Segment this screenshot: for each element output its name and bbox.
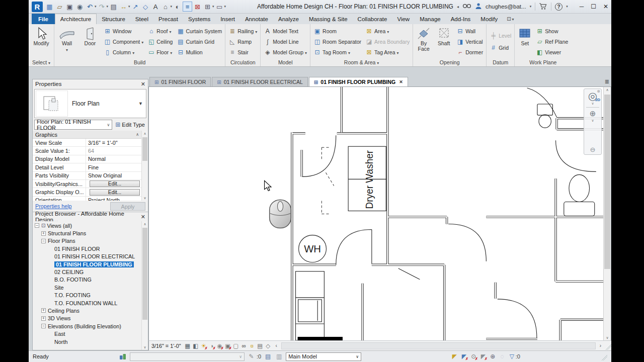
sync-icon[interactable]: ◉ (75, 2, 85, 12)
dropdown-caret[interactable]: ▾ (128, 5, 130, 9)
ribbon-tab-architecture[interactable]: Architecture (55, 14, 97, 24)
vertical-scrollbar[interactable]: ∧ ∨ (603, 87, 611, 340)
tree-item-3d-views[interactable]: +3D Views (33, 315, 141, 322)
close-icon[interactable]: ⊗ (597, 89, 600, 94)
ribbon-button-ref-plane[interactable]: ▱Ref Plane (534, 37, 570, 46)
minus-icon[interactable]: ⊖ (590, 146, 596, 153)
close-icon[interactable]: ✕ (141, 81, 145, 87)
tree-item-ceiling-plans[interactable]: +Ceiling Plans (33, 307, 141, 314)
cart-icon[interactable] (539, 3, 547, 11)
tag-icon[interactable]: ◇ (141, 2, 150, 12)
scroll-right-icon[interactable]: › (597, 342, 604, 350)
rendering-icon[interactable]: ◉✗ (216, 342, 224, 350)
ribbon-button-area[interactable]: ⊠Area (364, 27, 411, 36)
ribbon-button-model-group[interactable]: ◈Model Group (262, 48, 308, 57)
tree-item-t-o-foundation-wall[interactable]: T.O. FOUNDATION WALL (33, 299, 141, 307)
ribbon-tab-massing-site[interactable]: Massing & Site (304, 14, 353, 24)
horizontal-scrollbar[interactable] (281, 342, 596, 349)
property-value[interactable]: 3/16" = 1'-0" (86, 139, 141, 146)
chevron-down-icon[interactable]: ∨ (591, 102, 594, 106)
panel-label-datum[interactable]: Datum (487, 58, 514, 66)
3d-view-icon[interactable]: ⌂ (161, 2, 171, 12)
property-row-display-model[interactable]: Display ModelNormal (33, 155, 141, 163)
scroll-up-icon[interactable]: ∧ (604, 87, 611, 93)
panel-label-work-plane[interactable]: Work Plane (515, 58, 571, 66)
ribbon-button-component[interactable]: ◫Component (102, 37, 145, 46)
select-by-face-icon[interactable]: ◤✗ (479, 352, 488, 360)
ribbon-tab-systems[interactable]: Systems (183, 14, 215, 24)
press-drag-icon[interactable]: ◌ (498, 352, 507, 360)
tree-item-t-o-footing[interactable]: T.O. FOOTING (33, 292, 141, 299)
property-row-parts-visibility[interactable]: Parts VisibilityShow Original (33, 172, 141, 180)
reveal-hidden-icon[interactable]: ¤ (248, 342, 256, 350)
search-icon[interactable] (462, 3, 471, 11)
dropdown-caret[interactable]: ▾ (107, 5, 109, 9)
ribbon-tab-structure[interactable]: Structure (97, 14, 130, 24)
ribbon-button-ceiling[interactable]: ◱Ceiling (146, 37, 174, 46)
view-tabs-menu-icon[interactable]: ≣ (605, 77, 609, 86)
ribbon-button-mullion[interactable]: ⊟Mullion (175, 48, 223, 57)
section-icon[interactable]: ◐ (173, 2, 182, 12)
ribbon-button-column[interactable]: ▯Column (102, 48, 145, 57)
editable-only-icon[interactable]: ✎ (247, 352, 256, 360)
select-pinned-icon[interactable]: ⊙✗ (469, 352, 478, 360)
scroll-up-icon[interactable]: ∧ (142, 221, 148, 227)
detail-level-icon[interactable]: ▦ (184, 342, 192, 350)
ribbon-button-tag-area[interactable]: ⊠Tag Area (364, 48, 411, 57)
ribbon-tab-view[interactable]: View (392, 14, 415, 24)
crop-view-icon[interactable]: ▣✗ (224, 342, 232, 350)
worksets-icon[interactable] (119, 352, 127, 360)
ribbon-button-room-separator[interactable]: ◫Room Separator (312, 37, 363, 46)
property-row-detail-level[interactable]: Detail LevelFine (33, 163, 141, 171)
ribbon-tab-annotate[interactable]: Annotate (240, 14, 273, 24)
ribbon-button-opening-wall[interactable]: ⊟Wall (455, 27, 485, 36)
select-underlay-icon[interactable]: ◤✗ (460, 352, 468, 360)
tree-item-01-finish-floor[interactable]: 01 FINISH FLOOR (33, 245, 141, 252)
tree-item-01-finish-floor-electrical[interactable]: 01 FINISH FLOOR ELECTRICAL (33, 253, 141, 260)
switch-windows-icon[interactable]: ⊞ (203, 2, 212, 12)
tree-item-site[interactable]: Site (33, 284, 141, 291)
property-value[interactable]: 64 (86, 147, 141, 154)
panel-label-select[interactable]: Select (29, 58, 54, 66)
panel-display-toggle[interactable]: ⊡ (507, 14, 514, 24)
property-value[interactable]: Normal (86, 155, 141, 163)
properties-help-link[interactable]: Properties help (35, 203, 72, 209)
temporary-hide-icon[interactable]: ∞ (240, 342, 248, 350)
edit-type-button[interactable]: ⊞ Edit Type (114, 121, 146, 128)
chevron-down-icon[interactable]: ▾ (566, 5, 568, 9)
tree-item-elevations-building-elevation[interactable]: −Elevations (Building Elevation) (33, 322, 141, 330)
crop-region-icon[interactable]: ▢ (232, 342, 240, 350)
panel-label-opening[interactable]: Opening (413, 58, 486, 66)
customize-icon[interactable]: ▭ (215, 2, 224, 12)
ribbon-button-model-line[interactable]: ∫Model Line (262, 37, 308, 46)
panel-label-circulation[interactable]: Circulation (225, 58, 260, 66)
panel-label-build[interactable]: Build (54, 58, 225, 66)
view-type-dropdown[interactable]: Floor Plan: 01 FINISH FLOOR∨ (34, 120, 112, 130)
property-row-graphic-display-o[interactable]: Graphic Display O...Edit... (33, 188, 141, 196)
ribbon-button-grid[interactable]: #Grid (488, 43, 513, 52)
collapse-icon[interactable]: − (41, 324, 46, 328)
property-value[interactable]: Fine (86, 163, 141, 171)
ribbon-tab-modify[interactable]: Modify (475, 14, 503, 24)
door-button[interactable]: Door (79, 25, 101, 58)
expand-icon[interactable]: + (41, 231, 46, 236)
close-button[interactable]: ✕ (603, 3, 608, 10)
expand-icon[interactable]: + (41, 316, 46, 321)
design-option-dropdown[interactable]: Main Model∨ (286, 352, 361, 361)
redo-icon[interactable]: ↷ (97, 2, 107, 12)
undo-icon[interactable]: ↶ (85, 2, 95, 12)
dropdown-caret[interactable]: ▾ (224, 5, 226, 9)
aligned-dimension-icon[interactable]: ↗ (131, 2, 140, 12)
tree-item-02-ceiling[interactable]: 02 CEILING (33, 268, 141, 276)
ribbon-tab-steel[interactable]: Steel (130, 14, 153, 24)
shaft-button[interactable]: Shaft (434, 25, 454, 58)
user-icon[interactable] (475, 3, 482, 11)
scroll-down-icon[interactable]: ∨ (142, 344, 148, 350)
text-icon[interactable]: A (151, 2, 160, 12)
thin-lines-icon[interactable]: ≡ (183, 2, 192, 12)
edit-button[interactable]: Edit... (90, 189, 140, 196)
modify-button[interactable]: Modify (30, 25, 52, 58)
ribbon-button-ramp[interactable]: ◺Ramp (227, 37, 259, 46)
close-icon[interactable]: ✕ (399, 79, 403, 84)
chevron-down-icon[interactable]: ▾ (530, 5, 532, 9)
